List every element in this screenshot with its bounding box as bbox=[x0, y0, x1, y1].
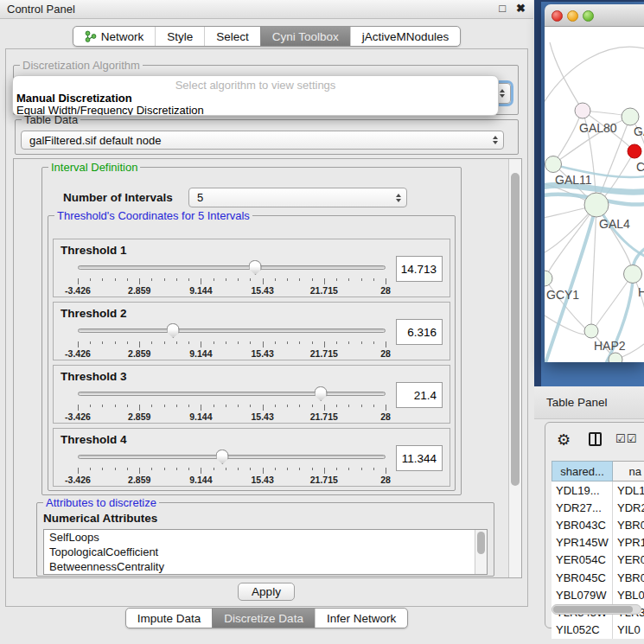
table-row[interactable]: YER054CYER0 bbox=[552, 552, 644, 569]
numerical-attributes-listbox[interactable]: SelfLoopsTopologicalCoefficientBetweenne… bbox=[43, 529, 488, 575]
network-node[interactable] bbox=[624, 265, 642, 284]
table-row[interactable]: YBR043CYBR0 bbox=[552, 516, 644, 533]
tab-cyni-toolbox[interactable]: Cyni Toolbox bbox=[260, 27, 350, 46]
slider-tick-label: 28 bbox=[380, 475, 391, 485]
table-cell[interactable]: YIL052C bbox=[552, 622, 613, 639]
network-edge[interactable] bbox=[545, 207, 590, 219]
algorithm-popup-item-manual[interactable]: Manual Discretization bbox=[16, 92, 132, 105]
network-node[interactable] bbox=[584, 324, 598, 338]
float-window-icon[interactable]: □ bbox=[499, 2, 506, 15]
threshold-slider[interactable]: -3.4262.8599.14415.4321.71528 bbox=[78, 450, 386, 486]
table-cell[interactable]: YBL079W bbox=[552, 586, 613, 603]
threshold-value-field[interactable]: 14.713 bbox=[396, 256, 443, 282]
table-row[interactable]: YDR27...YDR2 bbox=[552, 499, 644, 516]
list-scrollbar[interactable] bbox=[475, 530, 487, 574]
checkbox-icons[interactable]: ☑☑ bbox=[615, 432, 637, 445]
slider-tick bbox=[102, 468, 103, 470]
tab-label: Cyni Toolbox bbox=[272, 30, 339, 43]
threshold-slider[interactable]: -3.4262.8599.14415.4321.71528 bbox=[78, 260, 386, 296]
network-node[interactable] bbox=[628, 144, 641, 158]
table-cell[interactable]: YPR1 bbox=[613, 534, 644, 552]
table-cell[interactable]: YBR0 bbox=[613, 516, 644, 533]
threshold-label: Threshold 3 bbox=[61, 370, 127, 383]
network-node[interactable] bbox=[584, 193, 609, 217]
table-row[interactable]: YBL079WYBL0 bbox=[552, 586, 644, 603]
slider-track[interactable] bbox=[78, 392, 386, 396]
table-data-group: Table Data galFiltered.sif default node bbox=[15, 119, 519, 155]
tab-jactivemnodules[interactable]: jActiveMNodules bbox=[350, 27, 461, 46]
algorithm-popup-item-equal-width[interactable]: Equal Width/Frequency Discretization bbox=[16, 104, 204, 116]
columns-icon[interactable] bbox=[589, 432, 602, 446]
tab-style[interactable]: Style bbox=[155, 27, 204, 46]
tab-impute-data[interactable]: Impute Data bbox=[126, 609, 213, 628]
table-cell[interactable]: YDR2 bbox=[613, 499, 644, 516]
attribute-list-item[interactable]: BetweennessCentrality bbox=[44, 559, 487, 574]
close-icon[interactable]: ✖ bbox=[516, 2, 526, 15]
table-cell[interactable]: YPR145W bbox=[552, 534, 613, 552]
number-of-intervals-value: 5 bbox=[197, 191, 203, 204]
settings-scrollbar-thumb[interactable] bbox=[511, 173, 520, 486]
settings-scrollbar[interactable] bbox=[508, 159, 521, 577]
column-header-1[interactable]: shared... bbox=[552, 461, 613, 481]
slider-track[interactable] bbox=[78, 328, 386, 333]
network-edge-highlighted[interactable] bbox=[545, 205, 596, 362]
network-node[interactable] bbox=[545, 271, 552, 286]
table-cell[interactable]: YBL0 bbox=[613, 586, 644, 603]
slider-tick bbox=[348, 341, 349, 344]
column-header-2[interactable]: na bbox=[613, 461, 644, 481]
close-traffic-light-icon[interactable] bbox=[552, 10, 563, 22]
table-cell[interactable]: YDL1 bbox=[613, 481, 644, 499]
slider-track[interactable] bbox=[78, 455, 386, 459]
table-cell[interactable]: YDR27... bbox=[552, 499, 613, 516]
threshold-slider[interactable]: -3.4262.8599.14415.4321.71528 bbox=[78, 323, 386, 360]
table-cell[interactable]: YBR0 bbox=[613, 569, 644, 586]
gear-icon[interactable]: ⚙ bbox=[557, 430, 571, 450]
table-row[interactable]: YBR045CYBR0 bbox=[552, 569, 644, 586]
table-cell[interactable]: YER0 bbox=[613, 552, 644, 569]
table-row[interactable]: YPR145WYPR1 bbox=[552, 534, 644, 552]
table-row[interactable]: YDL19...YDL1 bbox=[552, 481, 644, 499]
threshold-value-field[interactable]: 21.4 bbox=[396, 382, 443, 408]
threshold-value-field[interactable]: 11.344 bbox=[396, 445, 443, 471]
table-horizontal-scrollbar[interactable] bbox=[552, 604, 641, 615]
network-edge[interactable] bbox=[545, 47, 644, 110]
list-scrollbar-thumb[interactable] bbox=[477, 532, 485, 554]
attribute-list-item[interactable]: SelfLoops bbox=[44, 530, 487, 545]
algorithm-popup-prompt[interactable]: Select algorithm to view settings bbox=[13, 79, 498, 92]
table-scrollbar-thumb[interactable] bbox=[553, 606, 633, 613]
apply-button[interactable]: Apply bbox=[238, 583, 295, 601]
zoom-traffic-light-icon[interactable] bbox=[583, 10, 594, 22]
network-node[interactable] bbox=[545, 156, 562, 173]
slider-track[interactable] bbox=[78, 265, 386, 270]
tab-label: Infer Network bbox=[327, 612, 396, 625]
slider-thumb[interactable] bbox=[315, 386, 328, 401]
network-view-window[interactable]: GAL80GACGAL11GAL4GCY1HHAP2 bbox=[545, 4, 644, 362]
minimize-traffic-light-icon[interactable] bbox=[567, 10, 578, 22]
table-cell[interactable]: YER054C bbox=[552, 552, 613, 569]
table-cell[interactable]: YDL19... bbox=[552, 481, 613, 499]
network-edge[interactable] bbox=[553, 113, 581, 164]
network-node[interactable] bbox=[575, 103, 590, 118]
slider-thumb[interactable] bbox=[249, 260, 262, 275]
table-cell[interactable]: YBR043C bbox=[552, 516, 613, 533]
number-of-intervals-combobox[interactable]: 5 bbox=[188, 188, 407, 207]
network-edge-highlighted[interactable] bbox=[598, 207, 644, 258]
network-node[interactable] bbox=[622, 108, 639, 125]
threshold-value-field[interactable]: 6.316 bbox=[396, 319, 443, 345]
slider-thumb[interactable] bbox=[216, 450, 229, 464]
table-cell[interactable]: YBR045C bbox=[552, 569, 613, 586]
tab-infer-network[interactable]: Infer Network bbox=[315, 609, 407, 628]
table-row[interactable]: YIL052CYIL0 bbox=[552, 622, 644, 639]
network-node[interactable] bbox=[609, 353, 622, 362]
network-edge[interactable] bbox=[550, 42, 583, 111]
tab-discretize-data[interactable]: Discretize Data bbox=[212, 609, 315, 628]
tab-network[interactable]: Network bbox=[73, 27, 156, 46]
table-cell[interactable]: YIL0 bbox=[613, 622, 644, 639]
table-data-combobox[interactable]: galFiltered.sif default node bbox=[21, 131, 504, 150]
attribute-list-item[interactable]: TopologicalCoefficient bbox=[44, 545, 487, 559]
threshold-slider[interactable]: -3.4262.8599.14415.4321.71528 bbox=[78, 386, 386, 423]
network-edge[interactable] bbox=[595, 274, 633, 328]
slider-thumb[interactable] bbox=[167, 323, 180, 338]
tab-select[interactable]: Select bbox=[204, 27, 260, 46]
network-canvas[interactable]: GAL80GACGAL11GAL4GCY1HHAP2 bbox=[545, 27, 644, 362]
